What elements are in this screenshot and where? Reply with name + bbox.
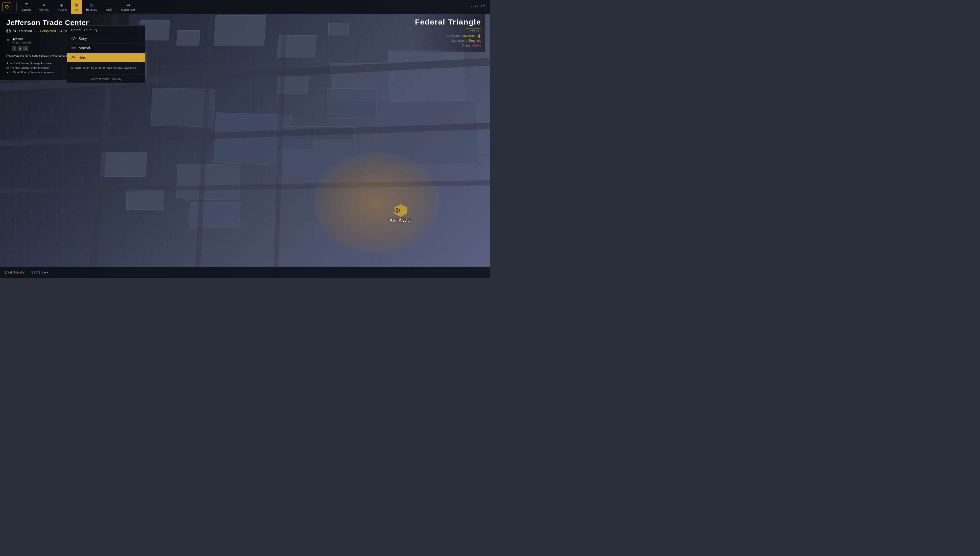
location-level: Level: 12 (415, 29, 481, 33)
drop-icon-2: ◆ (18, 47, 22, 51)
mission-hex-inner (394, 204, 407, 217)
mission-hex (394, 204, 407, 217)
modifier-icon-3: ▲ (6, 71, 9, 74)
top-navigation: Q ☰ Legend ⚔ Conflict ◈ Projects ⊞ All ◎… (0, 0, 490, 14)
mission-distance: 0.4 km (58, 29, 67, 33)
nav-legend-label: Legend (22, 8, 31, 11)
safehouse-label: Safehouse: (447, 34, 462, 38)
modifier-text-2: = Small Enemy Armor Increase (10, 66, 49, 69)
modifier-text-1: = Small Enemy Damage Increase (10, 61, 52, 65)
main-mission-label: Main Mission (390, 219, 412, 222)
difficulty-option-story[interactable]: Story (67, 34, 145, 44)
level-label: Level: (469, 29, 477, 33)
shd-mission-icon (6, 29, 11, 33)
liberation-label: Liberation: (451, 39, 465, 42)
nav-all-label: All (75, 8, 78, 11)
status-value: Hostile (472, 44, 481, 47)
nav-matchmake-label: Matchmake (121, 8, 135, 11)
nav-conflict-label: Conflict (39, 8, 49, 11)
difficulty-description: A harder difficulty against more veteran… (67, 62, 145, 75)
nav-item-shd[interactable]: ⋮⋮ SHD (101, 0, 117, 14)
nav-item-all[interactable]: ⊞ All (71, 0, 82, 14)
modifier-text-3: = Small Enemy Veterancy Increase (11, 71, 54, 74)
matchmake-icon: ⇌ (127, 3, 130, 7)
difficulty-modal: Select Difficulty Story Normal ✓ Hard (67, 25, 145, 84)
nav-projects-label: Projects (56, 8, 67, 11)
location-liberation: Liberation: In Progress (415, 39, 481, 42)
bracket-close: ] (26, 271, 26, 274)
enemy-name: Hyenas (11, 37, 31, 41)
nav-item-conflict[interactable]: ⚔ Conflict (35, 0, 53, 14)
set-difficulty-action[interactable]: [ Set Difficulty ] (5, 271, 26, 274)
mission-status: Completed (40, 29, 56, 33)
bounties-icon: ◎ (90, 3, 93, 7)
bracket-open: [ (5, 271, 6, 274)
lock-icon: 🔒 (477, 34, 481, 38)
difficulty-option-hard[interactable]: Hard (67, 53, 145, 62)
main-mission-marker[interactable]: Main Mission (390, 204, 412, 222)
level-indicator: Level 14 (471, 4, 485, 8)
drop-icon-3: ⬡ (24, 47, 28, 51)
glow-area (313, 152, 440, 253)
difficulty-header: Select Difficulty (67, 26, 145, 34)
story-diff-label: Story (79, 37, 87, 41)
nav-divider (16, 3, 17, 11)
location-safehouse: Safehouse: Unlocked 🔒 (415, 34, 481, 38)
safehouse-value: Unlocked (463, 34, 475, 38)
esc-key: ESC (32, 271, 38, 274)
set-difficulty-label: Set Difficulty (7, 271, 24, 274)
projects-icon: ◈ (60, 3, 63, 7)
current-mode: Current Mode : Replay (67, 75, 145, 83)
nav-item-bounties[interactable]: ◎ Bounties (82, 0, 101, 14)
enemy-faction-icon: ✕ (6, 38, 10, 42)
nav-item-projects[interactable]: ◈ Projects (53, 0, 71, 14)
location-status: Status: Hostile (415, 44, 481, 47)
difficulty-option-normal[interactable]: Normal ✓ (67, 44, 145, 53)
conflict-icon: ⚔ (42, 3, 46, 7)
location-name: Federal Triangle (415, 18, 481, 26)
game-logo: Q (3, 3, 11, 11)
right-panel: Federal Triangle Level: 12 Safehouse: Un… (411, 14, 485, 52)
back-action[interactable]: ESC | Back (32, 271, 48, 274)
status-label: Status: (462, 44, 471, 47)
nav-item-legend[interactable]: ☰ Legend (18, 0, 35, 14)
shd-icon: ⋮⋮ (105, 3, 113, 7)
modifier-icon-1: ✦ (6, 61, 9, 65)
nav-bounties-label: Bounties (86, 8, 97, 11)
nav-shd-label: SHD (106, 8, 112, 11)
hard-diff-icon (71, 55, 76, 60)
svg-marker-0 (7, 30, 10, 32)
back-label: Back (42, 271, 48, 274)
separator (466, 28, 481, 29)
all-icon: ⊞ (75, 3, 78, 7)
story-diff-icon (71, 37, 76, 41)
normal-diff-check: ✓ (138, 46, 141, 50)
bottom-bar: [ Set Difficulty ] ESC | Back (0, 267, 490, 278)
hard-diff-label: Hard (79, 55, 86, 60)
level-value: 12 (478, 29, 481, 33)
enemy-drops: Drops materials (11, 41, 31, 44)
legend-icon: ☰ (25, 3, 28, 7)
svg-marker-6 (396, 209, 398, 212)
liberation-value: In Progress (466, 39, 481, 42)
normal-diff-label: Normal (79, 46, 90, 50)
modifier-icon-2: ◎ (6, 66, 9, 70)
mission-type: SHD Mission (13, 29, 32, 33)
nav-item-matchmake[interactable]: ⇌ Matchmake (117, 0, 140, 14)
drop-icon-1: | (12, 47, 16, 51)
normal-diff-icon (71, 46, 76, 50)
